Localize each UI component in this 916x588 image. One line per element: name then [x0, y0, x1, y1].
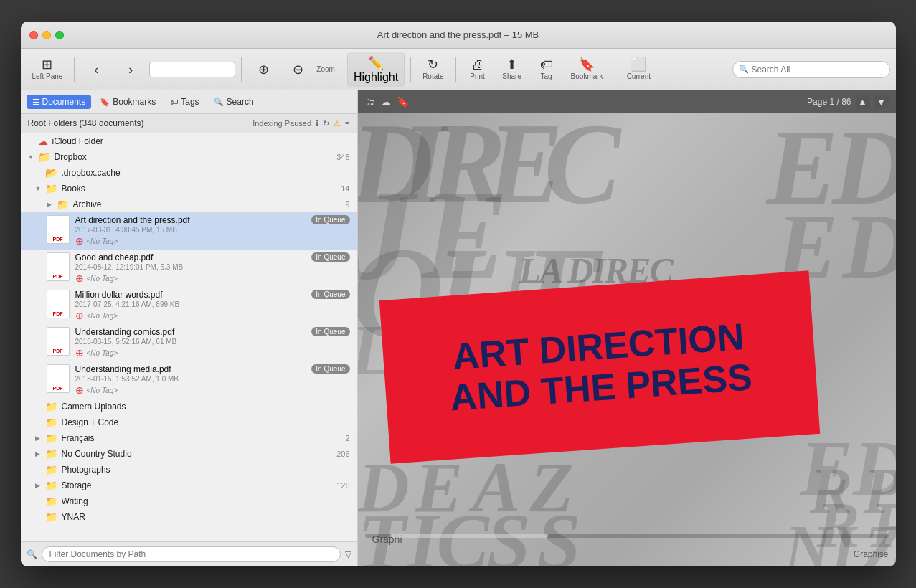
sidebar-item-ynar[interactable]: 📁 YNAR [21, 509, 357, 525]
icloud-label: iCloud Folder [52, 136, 350, 146]
file-item-understanding-comics[interactable]: Understanding comics.pdf 2018-03-15, 5:5… [21, 324, 357, 361]
highlight-button[interactable]: ✏️ Highlight [347, 52, 405, 87]
viewer-toolbar-right: Page 1 / 86 ▲ ▼ [807, 95, 888, 109]
file-row: Understanding comics.pdf 2018-03-15, 5:5… [47, 327, 350, 359]
minimize-button[interactable] [42, 31, 51, 39]
search-input[interactable] [752, 65, 884, 75]
file-name: Understanding media.pdf [75, 364, 306, 374]
add-tag-icon[interactable]: ⊕ [75, 384, 84, 396]
folder-dropbox-icon: 📁 [38, 151, 50, 163]
sidebar-item-photographs[interactable]: 📁 Photographs [21, 462, 357, 478]
file-name: Art direction and the press.pdf [75, 215, 306, 225]
sidebar-header-title: Root Folders (348 documents) [28, 118, 144, 128]
menu-icon[interactable]: ≡ [345, 119, 349, 128]
rotate-icon: ↻ [428, 58, 438, 71]
navigate-forward-button[interactable]: › [115, 60, 146, 79]
sidebar-item-dropbox[interactable]: ▼ 📁 Dropbox 348 [21, 149, 357, 165]
page-up-button[interactable]: ▲ [856, 95, 870, 109]
tab-documents-label: Documents [42, 97, 86, 107]
sidebar-item-archive[interactable]: ▶ 📁 Archive 9 [21, 196, 357, 212]
pdf-thumbnail [47, 327, 70, 356]
add-tag-icon[interactable]: ⊕ [75, 235, 84, 247]
print-button[interactable]: 🖨 Print [462, 55, 494, 83]
sidebar-item-writing[interactable]: 📁 Writing [21, 493, 357, 509]
info-icon[interactable]: ℹ [316, 119, 318, 128]
nocountry-label: No Country Studio [62, 449, 337, 459]
close-button[interactable] [29, 31, 38, 39]
sidebar-item-dropbox-cache[interactable]: 📂 .dropbox.cache [21, 165, 357, 181]
viewer-folder-icon[interactable]: 🗂 [365, 96, 375, 108]
sidebar-item-camera[interactable]: 📁 Camera Uploads [21, 399, 357, 414]
archive-count: 9 [345, 200, 349, 209]
file-item-good-cheap[interactable]: Good and cheap.pdf 2014-08-12, 12:19:01 … [21, 250, 357, 287]
file-item-million-dollar[interactable]: Million dollar words.pdf 2017-07-25, 4:2… [21, 287, 357, 324]
sidebar-item-storage[interactable]: ▶ 📁 Storage 126 [21, 478, 357, 493]
tab-tags-label: Tags [181, 97, 199, 107]
add-tag-icon[interactable]: ⊕ [75, 272, 84, 284]
fullscreen-button[interactable] [55, 31, 64, 39]
sidebar-item-design[interactable]: 📁 Design + Code [21, 414, 357, 430]
search-icon: 🔍 [739, 65, 749, 74]
dropbox-label: Dropbox [55, 152, 337, 162]
file-tag-row: ⊕ <No Tag> [75, 235, 306, 247]
in-queue-badge: In Queue [311, 290, 349, 299]
forward-icon: › [128, 63, 133, 76]
sidebar-list[interactable]: ☁ iCloud Folder ▼ 📁 Dropbox 348 📂 .dropb… [21, 133, 357, 541]
expand-arrow-storage: ▶ [35, 482, 42, 489]
tab-search[interactable]: 🔍 Search [208, 95, 260, 109]
rotate-button[interactable]: ↻ Rotate [417, 55, 449, 83]
horizontal-scrollbar[interactable] [365, 534, 889, 538]
tab-documents[interactable]: ☰ Documents [27, 95, 92, 109]
file-item-art-direction[interactable]: Art direction and the press.pdf 2017-03-… [21, 212, 357, 250]
filter-options-icon[interactable]: ▽ [345, 549, 351, 559]
left-pane-button[interactable]: ⊞ Left Pane [27, 55, 69, 83]
file-row: Good and cheap.pdf 2014-08-12, 12:19:01 … [47, 252, 350, 284]
bookmark-button[interactable]: 🔖 Bookmark [565, 55, 609, 83]
file-info: Million dollar words.pdf 2017-07-25, 4:2… [75, 290, 306, 321]
file-item-understanding-media[interactable]: Understanding media.pdf 2018-01-15, 1:53… [21, 361, 357, 399]
sidebar-toggle-icon: ⊞ [42, 58, 52, 71]
folder-camera-icon: 📁 [45, 401, 57, 412]
tab-bookmarks[interactable]: 🔖 Bookmarks [94, 95, 161, 109]
folder-archive-icon: 📁 [57, 199, 69, 210]
tab-tags[interactable]: 🏷 Tags [164, 95, 204, 109]
page-down-button[interactable]: ▼ [874, 95, 889, 109]
sidebar-item-francais[interactable]: ▶ 📁 Français 2 [21, 430, 357, 446]
navigate-field[interactable] [149, 62, 235, 77]
sidebar-item-icloud[interactable]: ☁ iCloud Folder [21, 133, 357, 149]
share-button[interactable]: ⬆ Share [496, 55, 528, 83]
archive-label: Archive [73, 199, 346, 209]
folder-writing-icon: 📁 [45, 495, 57, 507]
file-info: Good and cheap.pdf 2014-08-12, 12:19:01 … [75, 252, 306, 284]
storage-label: Storage [62, 480, 337, 490]
tag-button[interactable]: 🏷 Tag [531, 55, 562, 83]
viewer-cloud-icon[interactable]: ☁ [381, 96, 391, 108]
filter-input[interactable] [42, 546, 341, 562]
current-view-button[interactable]: ⬜ Current [621, 55, 656, 83]
sidebar-item-nocountry[interactable]: ▶ 📁 No Country Studio 206 [21, 446, 357, 462]
documents-tab-icon: ☰ [32, 98, 39, 107]
search-documents-field[interactable]: 🔍 [732, 61, 890, 78]
file-tag-row: ⊕ <No Tag> [75, 272, 306, 284]
filter-search-icon: 🔍 [27, 549, 37, 559]
zoom-out-button[interactable]: ⊖ [282, 60, 313, 79]
zoom-in-button[interactable]: ⊕ [247, 60, 279, 79]
add-tag-icon[interactable]: ⊕ [75, 310, 84, 321]
pdf-page[interactable]: D I R E C J E Q U E L A D E [358, 113, 896, 566]
print-icon: 🖨 [471, 58, 484, 71]
dropbox-count: 348 [336, 153, 349, 161]
file-tag-row: ⊕ <No Tag> [75, 347, 306, 359]
sidebar: ☰ Documents 🔖 Bookmarks 🏷 Tags 🔍 Search [21, 90, 358, 566]
file-meta: 2018-03-15, 5:52:16 AM, 61 MB [75, 338, 306, 346]
viewer-bookmark-viewer-icon[interactable]: 🔖 [397, 96, 409, 108]
refresh-icon[interactable]: ↻ [323, 119, 329, 128]
sidebar-item-books[interactable]: ▼ 📁 Books 14 [21, 181, 357, 196]
add-tag-icon[interactable]: ⊕ [75, 347, 84, 359]
in-queue-badge: In Queue [311, 364, 349, 374]
design-label: Design + Code [62, 417, 350, 427]
navigate-back-button[interactable]: ‹ [80, 60, 112, 79]
in-queue-badge: In Queue [311, 215, 349, 224]
pdf-viewer: 🗂 ☁ 🔖 Page 1 / 86 ▲ ▼ D [358, 90, 896, 566]
traffic-lights [29, 31, 64, 39]
dropbox-cache-label: .dropbox.cache [62, 168, 350, 178]
